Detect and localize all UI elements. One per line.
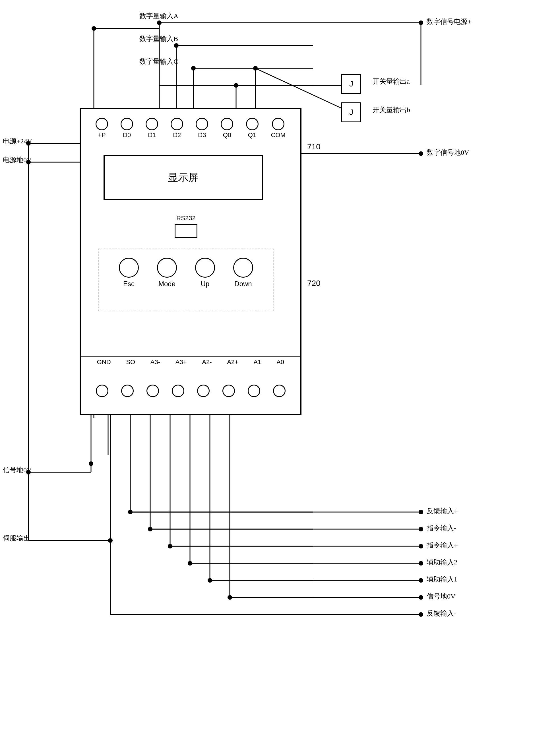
- terminal-label-d3: D3: [198, 132, 206, 139]
- svg-point-12: [419, 20, 423, 25]
- label-servo-output: 伺服输出: [3, 534, 30, 543]
- btn-label-up: Up: [201, 280, 209, 288]
- btn-circle-down: [233, 258, 253, 278]
- terminal-circle-so: [121, 384, 134, 397]
- label-digital-input-c: 数字量输入C: [139, 57, 178, 66]
- bl-so: SO: [126, 358, 135, 366]
- svg-point-69: [419, 612, 423, 617]
- terminal-circle-d0: [121, 118, 133, 130]
- svg-point-61: [419, 561, 423, 566]
- svg-point-20: [92, 26, 96, 31]
- btn-esc: Esc: [119, 258, 139, 288]
- label-digital-input-a: 数字量输入A: [139, 12, 178, 20]
- svg-point-15: [157, 20, 162, 25]
- terminal-circle-gnd: [96, 384, 108, 397]
- svg-point-16: [174, 43, 179, 48]
- bottom-label-row: GND SO A3- A3+ A2- A2+ A1 A0: [81, 358, 300, 366]
- btn-label-esc: Esc: [123, 280, 135, 288]
- label-power-24v: 电源+24V: [3, 137, 32, 146]
- terminal-label-q1: Q1: [248, 132, 256, 139]
- label-feedback-input-minus: 反馈输入-: [427, 609, 456, 618]
- svg-point-63: [419, 544, 423, 549]
- label-signal-gnd-left: 信号地0V: [3, 465, 32, 475]
- bottom-terminal-row: [81, 384, 300, 397]
- button-row: Esc Mode Up Down: [98, 249, 274, 288]
- label-power-gnd: 电源地0V: [3, 155, 32, 164]
- svg-point-35: [128, 510, 133, 514]
- terminal-row-top: +P D0 D1 D2 D3 Q0: [81, 118, 300, 139]
- svg-line-27: [255, 68, 341, 108]
- label-switch-output-b: 开关量输出b: [373, 105, 410, 114]
- label-command-input-minus: 指令输入-: [427, 523, 456, 533]
- terminal-d3: D3: [196, 118, 208, 139]
- terminal-circle-d2: [171, 118, 183, 130]
- btn-down: Down: [233, 258, 253, 288]
- terminal-circle-q1: [246, 118, 259, 130]
- terminal-label-d2: D2: [173, 132, 181, 139]
- label-aux-input-2: 辅助输入2: [427, 558, 457, 567]
- rs232-port: [175, 224, 197, 238]
- svg-point-59: [419, 578, 423, 582]
- bl-a3p: A3+: [176, 358, 187, 366]
- terminal-circle-a3p: [172, 384, 184, 397]
- terminal-circle-com: [272, 118, 284, 130]
- label-feedback-input-plus: 反馈输入+: [427, 507, 458, 515]
- relay-j-label-a: J: [349, 79, 353, 88]
- label-signal-gnd-right: 信号地0V: [427, 592, 455, 601]
- svg-point-67: [419, 510, 423, 514]
- label-command-input-plus: 指令输入+: [427, 540, 458, 550]
- terminal-label-plus-p: +P: [98, 132, 106, 139]
- terminal-d1: D1: [146, 118, 158, 139]
- svg-point-50: [227, 595, 232, 600]
- terminal-q0: Q0: [221, 118, 233, 139]
- terminal-circle-plus-p: [96, 118, 108, 130]
- bottom-divider: [81, 356, 300, 357]
- button-panel: Esc Mode Up Down: [98, 249, 274, 311]
- terminal-circle-a0: [273, 384, 285, 397]
- bl-gnd: GND: [97, 358, 111, 366]
- btn-circle-esc: [119, 258, 139, 278]
- btn-circle-up: [195, 258, 215, 278]
- bl-a1: A1: [254, 358, 261, 366]
- bl-a0: A0: [277, 358, 284, 366]
- btn-mode: Mode: [157, 258, 177, 288]
- device-id-720: 720: [307, 279, 321, 288]
- terminal-circle-a3m: [146, 384, 159, 397]
- terminal-label-q0: Q0: [223, 132, 231, 139]
- btn-label-mode: Mode: [158, 280, 176, 288]
- terminal-label-d0: D0: [123, 132, 131, 139]
- svg-point-17: [191, 66, 196, 71]
- label-switch-output-a: 开关量输出a: [373, 77, 410, 86]
- rs232-area: RS232: [175, 215, 197, 238]
- terminal-label-d1: D1: [148, 132, 156, 139]
- bl-a3m: A3-: [151, 358, 160, 366]
- device-id-710: 710: [307, 142, 321, 151]
- btn-up: Up: [195, 258, 215, 288]
- terminal-circle-a1: [248, 384, 260, 397]
- terminal-circle-d3: [196, 118, 208, 130]
- svg-point-65: [419, 527, 423, 531]
- label-digital-signal-gnd: 数字信号地0V: [427, 148, 469, 157]
- terminal-circle-q0: [221, 118, 233, 130]
- device-box: +P D0 D1 D2 D3 Q0: [80, 108, 301, 415]
- terminal-circle-d1: [146, 118, 158, 130]
- terminal-circle-a2p: [222, 384, 235, 397]
- svg-point-55: [108, 538, 113, 543]
- svg-point-23: [234, 83, 238, 87]
- bl-a2m: A2-: [202, 358, 212, 366]
- terminal-d2: D2: [171, 118, 183, 139]
- relay-box-b: J: [341, 102, 361, 122]
- svg-point-31: [89, 461, 93, 466]
- display-text: 显示屏: [168, 171, 199, 185]
- label-digital-signal-power-plus: 数字信号电源+: [427, 17, 472, 26]
- btn-circle-mode: [157, 258, 177, 278]
- diagram-container: +P D0 D1 D2 D3 Q0: [0, 0, 560, 753]
- bl-a2p: A2+: [227, 358, 238, 366]
- btn-label-down: Down: [234, 280, 252, 288]
- terminal-d0: D0: [121, 118, 133, 139]
- display-screen: 显示屏: [103, 155, 263, 200]
- svg-point-57: [419, 595, 423, 600]
- terminal-circle-a2m: [197, 384, 209, 397]
- svg-point-47: [207, 578, 212, 582]
- terminal-q1: Q1: [246, 118, 259, 139]
